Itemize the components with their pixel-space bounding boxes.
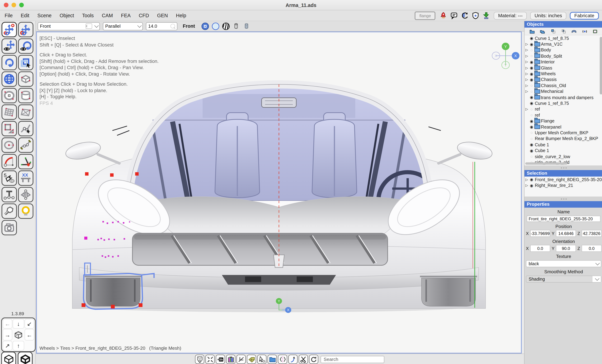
visibility-toggle-icon[interactable]: ◉ [529, 42, 534, 46]
texture-select[interactable]: black [526, 260, 601, 267]
expand-triangle-icon[interactable]: ▷ [525, 54, 529, 58]
camera-capture-tool-button[interactable] [1, 220, 17, 235]
wireframe-view-button[interactable] [212, 22, 219, 30]
circle-center-tool-button[interactable] [1, 137, 17, 153]
visibility-toggle-icon[interactable]: ◌ [529, 113, 534, 117]
expand-triangle-icon[interactable]: ▷ [525, 84, 529, 87]
scissors-cut-button[interactable] [299, 355, 308, 364]
visibility-toggle-icon[interactable]: ◉ [529, 72, 534, 76]
rect-select-tool-button[interactable] [18, 55, 33, 70]
cylinder-primitive-tool-button[interactable] [18, 88, 33, 103]
objects-tree-item[interactable]: ◌Rear Bumper Mesh Exp_2_BKP [525, 136, 602, 142]
surface-sheet-button[interactable] [571, 29, 577, 34]
extrude-five-tool-button[interactable]: 5 [1, 171, 17, 186]
render-tv-button[interactable] [226, 355, 235, 364]
objects-tree-item[interactable]: ▷◉Wheels [525, 71, 602, 77]
search-input[interactable] [321, 356, 384, 363]
zoom-input[interactable] [148, 23, 171, 29]
viewport-3d[interactable]: [ESC] - UnselectShift + [Q] - Select & M… [36, 32, 522, 353]
paste-back-button[interactable] [561, 29, 566, 34]
rocket-button[interactable] [439, 11, 447, 20]
polyline-edit-tool-button[interactable] [18, 121, 33, 136]
expand-triangle-icon[interactable]: ▷ [525, 178, 529, 182]
car-tire-left[interactable] [85, 276, 142, 306]
navpad-arrow-button[interactable]: → [3, 329, 12, 341]
visibility-toggle-icon[interactable]: ◌ [529, 48, 534, 52]
disc-primitive-tool-button[interactable] [1, 88, 17, 103]
light-bulb-tool-button[interactable] [18, 203, 33, 219]
flange-input[interactable] [415, 11, 435, 20]
visibility-toggle-icon[interactable]: ◉ [529, 125, 534, 129]
objects-tree-item[interactable]: ▷◉Arma_V1C [525, 41, 602, 47]
visibility-toggle-icon[interactable]: ◉ [529, 101, 534, 105]
rotate-view-tool-button[interactable] [18, 38, 33, 54]
shield-star-button[interactable]: ★ [471, 11, 480, 20]
trim-lines-button[interactable] [236, 355, 246, 364]
zoom-field[interactable] [146, 22, 178, 30]
menu-item-cam[interactable]: CAM [102, 13, 113, 19]
dimension-table-tool-button[interactable]: XX [18, 171, 33, 186]
mirror-shapes-tool-button[interactable] [18, 187, 33, 202]
rotate-tool-tool-button[interactable] [1, 55, 17, 70]
objects-panel-header[interactable]: Objects [525, 21, 602, 28]
smoothing-select[interactable]: Shading [526, 276, 601, 283]
visibility-toggle-icon[interactable]: ◉ [529, 77, 534, 82]
visibility-toggle-icon[interactable]: ◌ [529, 54, 534, 58]
material-button[interactable]: Material: --- [494, 12, 527, 19]
objects-tree-item[interactable]: ▷◉Interior [525, 59, 602, 65]
box-primitive-tool-button[interactable] [18, 71, 33, 87]
projection-select[interactable]: Parallel [103, 22, 143, 30]
visibility-toggle-icon[interactable]: ◌ [529, 131, 534, 135]
visibility-toggle-icon[interactable]: ◉ [529, 95, 534, 99]
objects-tree-item[interactable]: ◉Curve 1_ref_8.75 [525, 100, 602, 106]
objects-tree-item[interactable]: ◌Upper Mesh Conform_BKP [525, 130, 602, 136]
objects-tree-item[interactable]: ▷◌Chassis_Old [525, 83, 602, 88]
objects-tree-item[interactable]: ◉Curve 1_ref_8.75 [525, 35, 602, 41]
iso-cube-bold-button[interactable] [18, 352, 32, 364]
triangulated-plane-tool-button[interactable] [18, 105, 33, 120]
expand-triangle-icon[interactable]: ▷ [525, 78, 529, 82]
expand-triangle-icon[interactable]: ▷ [525, 89, 529, 93]
objects-tree-item[interactable]: ◌side_curve_2_low [525, 153, 602, 159]
visibility-toggle-icon[interactable]: ◉ [529, 148, 534, 153]
expand-triangle-icon[interactable]: ▷ [525, 72, 529, 75]
pivot-rotate-button[interactable] [582, 29, 587, 34]
new-folder-button[interactable] [529, 29, 535, 34]
menu-item-cfd[interactable]: CFD [139, 13, 149, 19]
navpad-arrow-button[interactable]: ← [3, 319, 12, 329]
group-tag-button[interactable]: G [247, 355, 256, 364]
menu-item-fea[interactable]: FEA [121, 13, 131, 19]
objects-tree-item[interactable]: ◉Flange [525, 118, 602, 124]
objects-tree-item[interactable]: ▷◌Body_Split [525, 53, 602, 59]
visibility-toggle-icon[interactable]: ◉ [529, 142, 534, 147]
navpad-arrow-button[interactable]: ↗ [3, 341, 12, 350]
grid-plane-tool-button[interactable] [1, 105, 17, 120]
objects-tree-item[interactable]: ◉Rearpanel [525, 124, 602, 130]
expand-triangle-icon[interactable]: ▷ [525, 107, 529, 111]
navpad-arrow-button[interactable]: ↑ [13, 341, 24, 350]
shaded-view-button[interactable] [201, 22, 209, 30]
visibility-toggle-icon[interactable]: ◉ [529, 177, 534, 182]
objects-tree-item[interactable]: ◉Cube 1 [525, 148, 602, 153]
orientation-x-input[interactable] [530, 245, 550, 252]
visibility-toggle-icon[interactable]: ◌ [529, 89, 534, 94]
visibility-toggle-icon[interactable]: ◌ [529, 137, 534, 141]
axis-gizmo[interactable]: Y X X Y [492, 43, 519, 69]
tee-nodes-tool-button[interactable] [1, 187, 17, 202]
objects-tree-item[interactable]: ▷◌Mechanical [525, 88, 602, 94]
drag-select-button[interactable] [257, 355, 267, 364]
pin-solid-button[interactable] [243, 22, 251, 30]
expand-triangle-icon[interactable]: ▷ [525, 66, 529, 70]
collapse-center-button[interactable] [205, 355, 215, 364]
objects-tree-item[interactable]: ▷◌Body [525, 47, 602, 53]
navpad-arrow-button[interactable]: ↙ [25, 319, 34, 329]
navpad-arrow-button[interactable]: ← [25, 329, 34, 341]
move-select-tool-button[interactable] [1, 22, 17, 37]
menu-item-tools[interactable]: Tools [82, 13, 94, 19]
position-x-input[interactable] [530, 230, 550, 237]
objects-tree-item[interactable]: ▷◌ref [525, 106, 602, 112]
fabricate-button[interactable]: Fabricate [570, 12, 599, 19]
visibility-toggle-icon[interactable]: ◉ [529, 119, 534, 123]
sync-layers-button[interactable] [461, 11, 469, 20]
iso-cube-button[interactable] [1, 352, 16, 364]
